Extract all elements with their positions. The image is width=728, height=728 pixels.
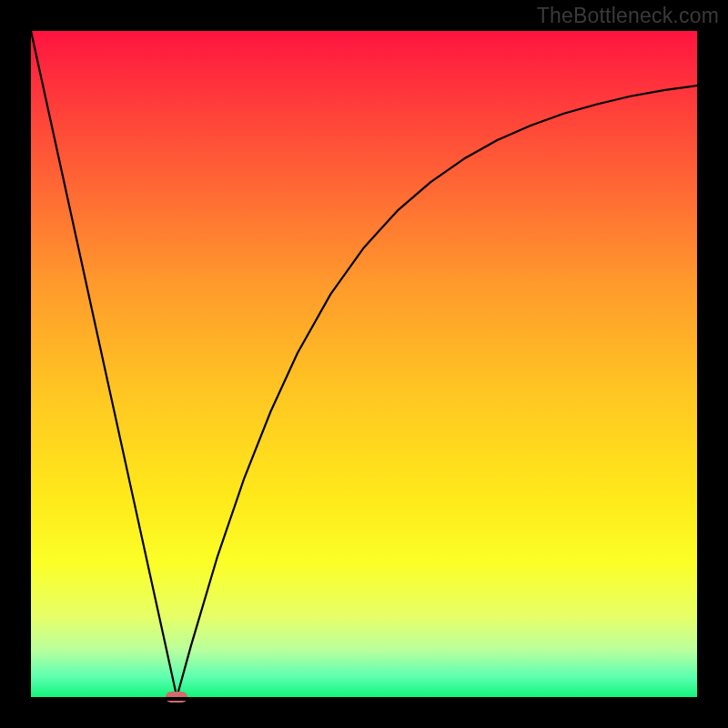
x-axis [31,697,697,701]
watermark-text: TheBottleneck.com [537,4,719,28]
y-axis [27,31,31,697]
curve-polyline [31,31,697,697]
bottleneck-curve [31,31,697,697]
chart-frame: TheBottleneck.com [0,0,728,728]
gradient-plot-area [31,31,697,697]
